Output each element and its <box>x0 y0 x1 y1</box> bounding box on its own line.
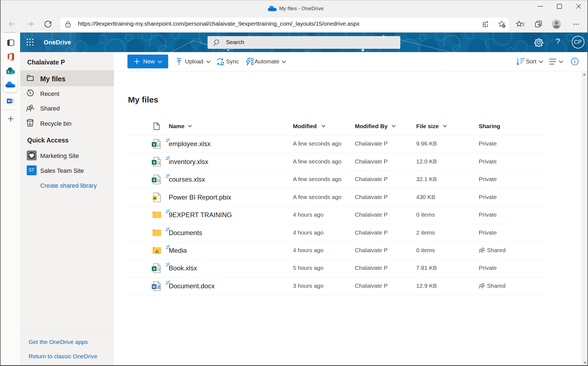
svg-text:X: X <box>153 267 155 271</box>
svg-text:X: X <box>153 178 155 182</box>
svg-text:S: S <box>7 70 10 74</box>
svg-text:X: X <box>153 142 155 147</box>
svg-text:W: W <box>8 99 11 103</box>
svg-text:X: X <box>153 160 155 165</box>
svg-text:W: W <box>153 285 156 289</box>
